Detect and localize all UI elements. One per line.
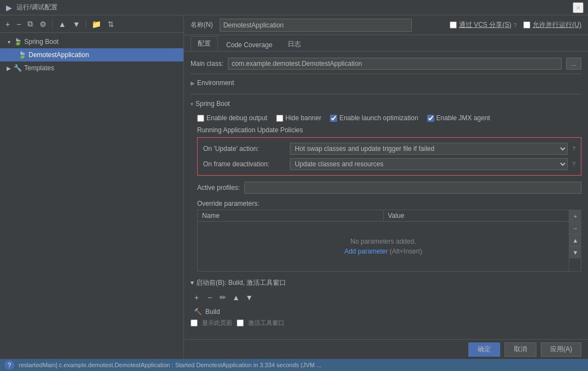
before-launch-header[interactable]: ▾ 启动前(B): Build, 激活工具窗口	[191, 276, 581, 289]
demo-app-item[interactable]: 🍃 DemotestApplication	[0, 48, 183, 61]
before-launch-section: ▾ 启动前(B): Build, 激活工具窗口 + − ✏ ▲ ▼ 🔨 Buil…	[191, 276, 581, 327]
main-class-input[interactable]	[228, 58, 562, 70]
frame-deactivation-select[interactable]: Update classes and resources	[290, 158, 568, 170]
params-scroll-down-btn[interactable]: ▼	[569, 246, 581, 258]
before-launch-edit-btn[interactable]: ✏	[217, 291, 229, 303]
toolbar-separator	[52, 20, 53, 29]
environment-header[interactable]: ▶ Environment	[191, 76, 581, 89]
jmx-agent-checkbox[interactable]	[427, 115, 434, 122]
help-circle-icon[interactable]: ?	[4, 360, 14, 370]
sort-button[interactable]: ⇅	[105, 19, 116, 30]
launch-opt-checkbox[interactable]	[330, 115, 337, 122]
move-up-button[interactable]: ▲	[56, 19, 68, 30]
active-profiles-label: Active profiles:	[197, 184, 240, 192]
hide-banner-label: Hide banner	[285, 114, 321, 122]
apply-button[interactable]: 应用(A)	[541, 342, 581, 357]
before-launch-down-btn[interactable]: ▼	[243, 291, 255, 303]
spring-boot-config-arrow: ▾	[191, 101, 193, 107]
move-down-button[interactable]: ▼	[70, 19, 82, 30]
bottom-bar: 确定 取消 应用(A)	[184, 339, 588, 359]
name-label: 名称(N)	[191, 20, 213, 30]
spring-boot-config-section: ▾ Spring Boot Enable debug output	[191, 97, 581, 272]
divider-1	[191, 74, 581, 74]
params-scroll-up-btn[interactable]: ▲	[569, 234, 581, 246]
run-debug-config-window: ▶ 运行/调试配置 × + − ⧉ ⚙ ▲ ▼ 📁 ⇅ ▾ 🍃	[0, 0, 588, 371]
params-add-btn[interactable]: +	[569, 210, 581, 222]
update-policies-title: Running Application Update Policies	[197, 126, 581, 134]
environment-section: ▶ Environment	[191, 76, 581, 89]
spring-boot-arrow: ▾	[4, 37, 13, 46]
status-bar: ? restartedMain] c.example.demotest.Demo…	[0, 359, 588, 371]
build-item: 🔨 Build	[191, 306, 581, 318]
add-param-link[interactable]: Add parameter (Alt+Insert)	[344, 248, 422, 255]
main-content: + − ⧉ ⚙ ▲ ▼ 📁 ⇅ ▾ 🍃 Spring Boot	[0, 15, 588, 359]
templates-arrow: ▶	[4, 64, 13, 72]
show-options-row: 显示此页面 激活工具窗口	[191, 319, 581, 327]
allow-parallel-checkbox[interactable]	[523, 21, 530, 29]
confirm-button[interactable]: 确定	[468, 342, 500, 357]
allow-parallel-group: 允许并行运行(U)	[523, 20, 581, 30]
debug-output-checkbox-item: Enable debug output	[197, 114, 267, 122]
update-action-label: On 'Update' action:	[203, 145, 285, 153]
show-page-checkbox[interactable]	[191, 319, 198, 327]
before-launch-arrow: ▾	[191, 279, 194, 286]
add-param-shortcut: (Alt+Insert)	[390, 248, 422, 255]
frame-deactivation-label: On frame deactivation:	[203, 160, 285, 168]
main-class-browse-btn[interactable]: ...	[566, 58, 581, 70]
templates-group[interactable]: ▶ 🔧 Templates	[0, 61, 183, 75]
spring-boot-config-content: Enable debug output Hide banner Enable l…	[191, 114, 581, 272]
update-action-select[interactable]: Hot swap classes and update trigger file…	[290, 143, 568, 155]
tab-coverage[interactable]: Code Coverage	[219, 38, 279, 51]
vcs-help-icon[interactable]: ?	[513, 22, 517, 29]
before-launch-up-btn[interactable]: ▲	[230, 291, 242, 303]
settings-config-button[interactable]: ⚙	[37, 19, 49, 30]
folder-button[interactable]: 📁	[89, 19, 103, 30]
tab-config[interactable]: 配置	[191, 36, 218, 51]
templates-label: Templates	[24, 64, 54, 72]
before-launch-title: 启动前(B): Build, 激活工具窗口	[196, 278, 286, 288]
before-launch-add-btn[interactable]: +	[191, 291, 203, 303]
config-tree: ▾ 🍃 Spring Boot 🍃 DemotestApplication ▶ …	[0, 33, 183, 359]
active-profiles-input[interactable]	[244, 182, 581, 194]
spring-boot-config-header[interactable]: ▾ Spring Boot	[191, 97, 581, 111]
allow-parallel-label: 允许并行运行(U)	[533, 20, 581, 30]
debug-output-checkbox[interactable]	[197, 115, 204, 122]
environment-label: Environment	[197, 79, 234, 87]
run-config-icon: 🍃	[18, 50, 26, 59]
launch-opt-label: Enable launch optimization	[339, 114, 418, 122]
close-button[interactable]: ×	[573, 2, 584, 13]
window-icon: ▶	[4, 3, 13, 12]
params-remove-btn[interactable]: −	[569, 222, 581, 234]
jmx-agent-label: Enable JMX agent	[436, 114, 490, 122]
override-params-label: Override parameters:	[197, 200, 581, 207]
activate-window-label: 激活工具窗口	[248, 319, 284, 327]
add-config-button[interactable]: +	[3, 19, 12, 30]
config-content: Main class: ... ▶ Environment ▾	[184, 52, 588, 339]
config-name-input[interactable]	[220, 19, 412, 32]
before-launch-remove-btn[interactable]: −	[204, 291, 216, 303]
tab-log[interactable]: 日志	[281, 37, 308, 51]
frame-deactivation-help-icon[interactable]: ?	[572, 161, 575, 167]
spring-boot-config-title: Spring Boot	[195, 100, 230, 108]
main-class-label: Main class:	[191, 60, 223, 68]
hide-banner-checkbox[interactable]	[276, 115, 283, 122]
status-text: restartedMain] c.example.demotest.Demote…	[19, 362, 322, 368]
col-value-header: Value	[384, 210, 569, 221]
copy-config-button[interactable]: ⧉	[25, 18, 35, 30]
update-action-row: On 'Update' action: Hot swap classes and…	[203, 141, 575, 156]
cancel-button[interactable]: 取消	[505, 342, 536, 357]
spring-boot-group[interactable]: ▾ 🍃 Spring Boot	[0, 35, 183, 48]
params-table-wrapper: Name Value No parameters added. Add para…	[197, 210, 581, 272]
tab-bar: 配置 Code Coverage 日志	[184, 35, 588, 52]
activate-window-checkbox[interactable]	[237, 319, 244, 327]
sidebar-toolbar: + − ⧉ ⚙ ▲ ▼ 📁 ⇅	[0, 15, 183, 33]
build-label: Build	[205, 308, 220, 316]
spring-boot-checkboxes: Enable debug output Hide banner Enable l…	[197, 114, 581, 122]
no-params-text: No parameters added.	[350, 238, 416, 245]
environment-arrow: ▶	[191, 80, 195, 86]
toolbar-separator-2	[86, 20, 86, 29]
update-action-help-icon[interactable]: ?	[572, 145, 575, 152]
vcs-share-checkbox[interactable]	[450, 21, 457, 29]
demo-app-label: DemotestApplication	[29, 51, 89, 59]
remove-config-button[interactable]: −	[14, 19, 23, 30]
